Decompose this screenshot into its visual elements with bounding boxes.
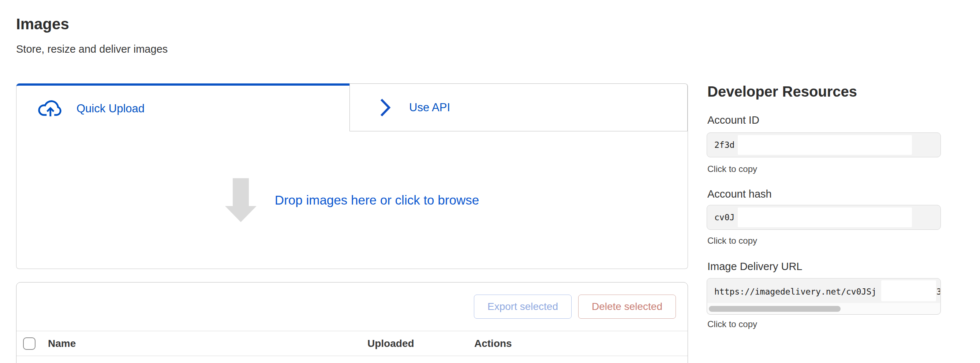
redaction-box — [738, 135, 912, 155]
upload-tabs: Quick Upload Use API — [16, 83, 687, 131]
tab-quick-upload[interactable]: Quick Upload — [16, 83, 350, 131]
horizontal-scrollbar-thumb[interactable] — [709, 306, 841, 312]
chevron-right-icon — [380, 98, 391, 118]
developer-resources-title: Developer Resources — [707, 83, 857, 100]
redaction-box — [881, 280, 936, 301]
select-all-checkbox[interactable] — [23, 338, 35, 350]
redaction-box — [738, 207, 912, 227]
column-header-uploaded: Uploaded — [368, 338, 474, 349]
delete-selected-button[interactable]: Delete selected — [578, 295, 676, 319]
image-delivery-url-label: Image Delivery URL — [707, 261, 802, 272]
tab-quick-upload-label: Quick Upload — [76, 102, 145, 115]
image-list-card: Export selected Delete selected Name Upl… — [16, 282, 688, 363]
tab-use-api-label: Use API — [409, 101, 450, 114]
account-hash-label: Account hash — [707, 188, 772, 200]
upload-panel: Quick Upload Use API Drop images here or… — [16, 83, 688, 269]
list-actions-row: Export selected Delete selected — [16, 282, 687, 331]
column-header-actions: Actions — [474, 338, 687, 349]
page-title: Images — [16, 15, 69, 33]
image-delivery-url-field[interactable]: https://imagedelivery.net/cv0JSj 3 — [706, 278, 941, 315]
dropzone-text: Drop images here or click to browse — [275, 193, 479, 207]
export-selected-button[interactable]: Export selected — [474, 295, 572, 319]
column-header-name: Name — [48, 338, 368, 349]
account-hash-field[interactable]: cv0J — [706, 205, 941, 230]
tab-use-api[interactable]: Use API — [350, 83, 687, 131]
select-all-cell — [23, 338, 48, 350]
cloud-upload-icon — [37, 99, 64, 118]
image-delivery-url-copy-hint[interactable]: Click to copy — [707, 319, 757, 330]
url-tail-fragment: 3 — [937, 287, 940, 296]
table-header-row: Name Uploaded Actions — [16, 331, 687, 356]
account-id-field[interactable]: 2f3d — [706, 132, 941, 158]
down-arrow-icon — [225, 178, 256, 222]
account-id-label: Account ID — [707, 114, 759, 126]
account-hash-value: cv0J — [714, 213, 735, 222]
account-hash-copy-hint[interactable]: Click to copy — [707, 236, 757, 246]
account-id-copy-hint[interactable]: Click to copy — [707, 164, 757, 174]
image-dropzone[interactable]: Drop images here or click to browse — [16, 131, 687, 269]
page-subtitle: Store, resize and deliver images — [16, 43, 168, 55]
account-id-value: 2f3d — [714, 140, 735, 150]
image-delivery-url-value: https://imagedelivery.net/cv0JSj — [714, 287, 877, 296]
